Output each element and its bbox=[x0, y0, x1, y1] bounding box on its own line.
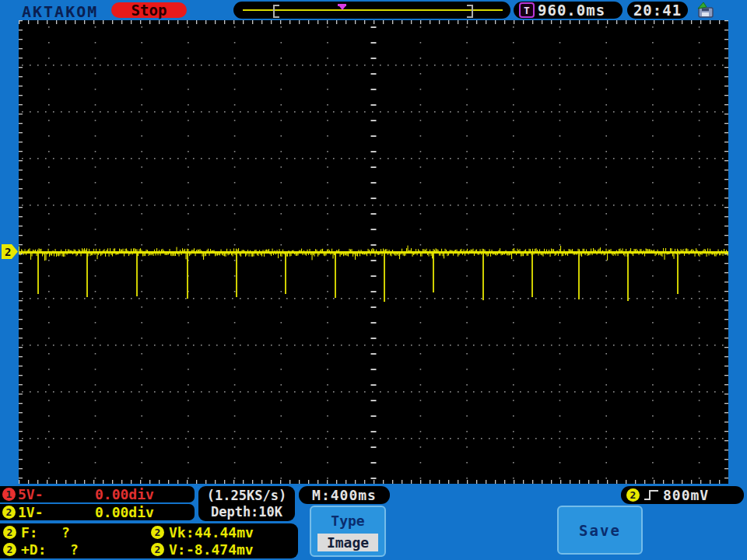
channel1-scale: 5V- bbox=[18, 486, 44, 502]
clock: 20:41 bbox=[627, 2, 688, 19]
measure4-badge: 2 bbox=[151, 543, 164, 556]
usb-disk-icon bbox=[693, 1, 717, 19]
save-button[interactable]: Save bbox=[557, 506, 643, 555]
measure1-badge: 2 bbox=[3, 526, 16, 539]
type-menu-selected-value[interactable]: Image bbox=[317, 534, 378, 551]
channel1-readout: 1 5V- 0.00div bbox=[0, 486, 195, 502]
channel1-badge: 1 bbox=[2, 488, 16, 501]
rising-edge-icon bbox=[643, 488, 660, 502]
graticule-and-waveform bbox=[19, 20, 728, 484]
oscilloscope-ui: AKTAKOM Stop T 960.0ms 20:41 2 1 5V- 0.0… bbox=[0, 0, 747, 560]
channel2-position-marker[interactable]: 2 bbox=[2, 244, 18, 259]
trigger-position-marker-icon bbox=[339, 6, 345, 10]
trigger-level-value: 800mV bbox=[663, 487, 709, 503]
timebase-display: M:400ms bbox=[299, 486, 390, 504]
trigger-time-value: 960.0ms bbox=[538, 2, 605, 19]
run-state-button[interactable]: Stop bbox=[111, 2, 187, 18]
channel2-readout: 2 1V- 0.00div bbox=[0, 504, 195, 520]
channel2-position: 0.00div bbox=[95, 504, 154, 520]
trigger-t-icon: T bbox=[519, 2, 535, 18]
trigger-level-display: 2 800mV bbox=[621, 486, 744, 504]
run-state-label: Stop bbox=[132, 2, 167, 19]
type-menu-button[interactable]: Type Image bbox=[310, 506, 386, 557]
sample-rate: (1.25KS/s) bbox=[207, 488, 286, 504]
waveform-display bbox=[19, 20, 728, 484]
acquire-readout: (1.25KS/s) Depth:10K bbox=[198, 486, 295, 521]
brand-logo: AKTAKOM bbox=[22, 2, 98, 21]
channel2-scale: 1V- bbox=[18, 504, 44, 520]
channel2-badge: 2 bbox=[2, 506, 16, 519]
measure4-label: V: bbox=[169, 542, 186, 557]
record-depth: Depth:10K bbox=[211, 504, 282, 520]
measure1-value: ? bbox=[61, 525, 70, 540]
measure2-value: 44.44mv bbox=[195, 525, 254, 540]
record-line bbox=[243, 9, 503, 11]
measure3-label: +D: bbox=[21, 542, 47, 557]
window-bracket-right bbox=[467, 5, 473, 18]
measure1-label: F: bbox=[21, 525, 38, 540]
measure3-value: ? bbox=[70, 542, 79, 557]
measure4-value: -8.474mv bbox=[186, 542, 254, 557]
horizontal-position-bar[interactable] bbox=[233, 2, 510, 19]
measure2-label: Vk: bbox=[169, 525, 195, 540]
window-bracket-left bbox=[273, 5, 279, 18]
channel1-position: 0.00div bbox=[95, 486, 154, 502]
measure2-badge: 2 bbox=[151, 526, 164, 539]
trigger-time-display: T 960.0ms bbox=[514, 2, 622, 19]
type-menu-title: Type bbox=[311, 513, 384, 529]
measure3-badge: 2 bbox=[3, 543, 16, 556]
measurement-panel: 2 F: ? 2 Vk: 44.44mv 2 +D: ? 2 V: -8.474… bbox=[0, 523, 298, 558]
trigger-source-badge: 2 bbox=[626, 488, 640, 502]
